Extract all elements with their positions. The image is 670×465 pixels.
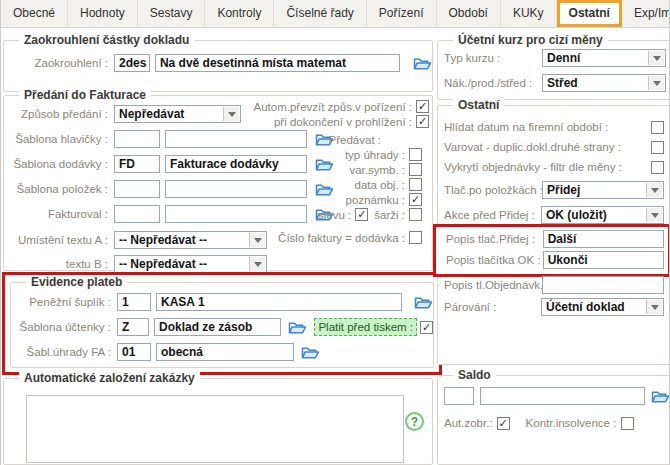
help-icon[interactable]: ? xyxy=(405,412,424,431)
text-b-value: -- Nepředávat -- xyxy=(119,257,207,271)
pass-data-obj-label: data obj. : xyxy=(354,179,405,191)
text-a-value: -- Nepředávat -- xyxy=(119,233,207,247)
chevron-down-icon[interactable] xyxy=(646,208,662,222)
cash-drawer-code-input[interactable]: 1 xyxy=(117,293,151,311)
folder-open-icon[interactable] xyxy=(301,345,320,360)
tab-obdobi[interactable]: Období xyxy=(437,0,501,27)
invoicing-section: Předání do Fakturace Způsob předání : Ne… xyxy=(3,95,433,271)
pass-label: Předávat : xyxy=(329,134,381,146)
rounding-section-title: Zaokrouhlení částky dokladu xyxy=(19,33,194,47)
tab-porizeni[interactable]: Pořízení xyxy=(367,0,437,27)
auto-order-section: Automatické založení zakázky ? xyxy=(3,378,433,465)
payment-tpl-code-input[interactable]: 01 xyxy=(117,343,151,361)
after-items-value: Přidej xyxy=(547,183,580,197)
batch-label: šarži : xyxy=(374,209,405,221)
items-tpl-label: Šablona položek : xyxy=(10,183,114,195)
order-caption-input[interactable] xyxy=(542,276,664,294)
ok-caption-input[interactable]: Ukonči xyxy=(543,251,664,269)
delivery-tpl-code-input[interactable]: FD xyxy=(114,155,160,173)
auto-take-checkbox[interactable] xyxy=(416,100,429,113)
pairing-value: Účetní doklad xyxy=(546,300,625,314)
receipt-tpl-code-input[interactable]: Z xyxy=(117,318,149,336)
chevron-down-icon[interactable] xyxy=(648,76,664,90)
saldo-desc-input[interactable] xyxy=(480,387,645,405)
transfer-method-value: Nepředávat xyxy=(119,107,184,121)
insolvency-label: Kontr.insolvence : xyxy=(526,417,617,429)
discount-checkbox[interactable] xyxy=(355,208,368,221)
warn-duplicate-checkbox[interactable] xyxy=(651,141,664,154)
chevron-down-icon[interactable] xyxy=(648,51,664,65)
transfer-method-select[interactable]: Nepředávat xyxy=(114,105,241,123)
pass-var-symb-label: var.symb. : xyxy=(349,164,405,176)
order-filter-checkbox[interactable] xyxy=(651,161,664,174)
rounding-label: Zaokrouhlení : xyxy=(10,57,114,69)
folder-open-icon[interactable] xyxy=(414,295,433,310)
ok-caption-label: Popis tlačítka OK : xyxy=(446,254,543,266)
pass-typ-uhrady-checkbox[interactable] xyxy=(409,148,422,161)
text-b-label: textu B : xyxy=(10,258,114,270)
after-items-select[interactable]: Přidej xyxy=(542,181,664,199)
tab-exp-import[interactable]: Exp/Import xyxy=(622,0,670,27)
after-items-label: Tlač.po položkách : xyxy=(444,184,542,196)
insolvency-checkbox[interactable] xyxy=(621,417,634,430)
watch-date-checkbox[interactable] xyxy=(651,121,664,134)
folder-open-icon[interactable] xyxy=(651,389,670,404)
batch-checkbox[interactable] xyxy=(409,208,422,221)
payments-section: Evidence plateb Peněžní šuplík : 1 KASA … xyxy=(10,282,434,368)
before-add-select[interactable]: OK (uložit) xyxy=(541,206,664,224)
chevron-down-icon[interactable] xyxy=(646,300,662,314)
chevron-down-icon[interactable] xyxy=(223,107,239,121)
invoice-eq-delivery-checkbox[interactable] xyxy=(409,231,422,244)
pairing-select[interactable]: Účetní doklad xyxy=(541,298,664,316)
cash-drawer-desc-input[interactable]: KASA 1 xyxy=(156,293,402,311)
pass-poznamku-checkbox[interactable] xyxy=(409,193,422,206)
warn-duplicate-label: Varovat - duplic.dokl.druhé strany : xyxy=(444,141,651,153)
tab-hodnoty[interactable]: Hodnoty xyxy=(68,0,138,27)
chevron-down-icon[interactable] xyxy=(646,183,662,197)
payment-tpl-label: Šabl.úhrady FA : xyxy=(17,346,117,358)
header-tpl-code-input[interactable] xyxy=(114,130,160,148)
items-tpl-code-input[interactable] xyxy=(114,180,160,198)
text-b-select[interactable]: -- Nepředávat -- xyxy=(114,255,267,273)
header-tpl-label: Šablona hlavičky : xyxy=(10,133,114,145)
add-caption-label: Popis tlač.Přidej : xyxy=(446,233,543,245)
order-filter-label: Vykrytí objednávky - filtr dle měny : xyxy=(444,161,651,173)
auto-show-label: Aut.zobr.: xyxy=(444,417,493,429)
discount-label: slevu : xyxy=(318,209,351,221)
mid-rate-select[interactable]: Střed xyxy=(542,74,666,92)
other-section-title: Ostatní xyxy=(453,98,504,112)
pay-before-print-label: Platit před tiskem : xyxy=(314,318,417,336)
saldo-section-title: Saldo xyxy=(453,368,496,382)
rounding-code-input[interactable]: 2des xyxy=(114,54,150,72)
on-finish-label: při dokončení v prohlížení : xyxy=(274,116,412,128)
tab-kuky[interactable]: KUKy xyxy=(501,0,557,27)
invoiced-by-code-input[interactable] xyxy=(114,205,160,223)
receipt-tpl-desc-input[interactable]: Doklad ze zásob xyxy=(154,318,281,336)
auto-order-textarea[interactable] xyxy=(26,395,404,463)
tab-bar: Obecné Hodnoty Sestavy Kontroly Číselné … xyxy=(1,0,669,28)
pay-before-print-checkbox[interactable] xyxy=(420,321,433,334)
chevron-down-icon[interactable] xyxy=(249,257,265,271)
before-add-value: OK (uložit) xyxy=(546,208,607,222)
saldo-section: Saldo Aut.zobr.: Kontr.insolvence : xyxy=(437,375,670,465)
on-finish-checkbox[interactable] xyxy=(416,115,429,128)
saldo-code-input[interactable] xyxy=(444,387,474,405)
tab-obecne[interactable]: Obecné xyxy=(1,0,68,27)
payment-tpl-desc-input[interactable]: obecná xyxy=(156,343,294,361)
tab-sestavy[interactable]: Sestavy xyxy=(138,0,206,27)
rounding-desc-input[interactable]: Na dvě desetinná místa matemat xyxy=(155,54,400,72)
tab-kontroly[interactable]: Kontroly xyxy=(205,0,274,27)
add-caption-input[interactable]: Další xyxy=(543,230,664,248)
folder-open-icon[interactable] xyxy=(413,56,432,71)
rate-type-select[interactable]: Denní xyxy=(542,49,666,67)
mid-rate-label: Nák./prod./střed : xyxy=(444,77,542,89)
tab-ciselne-rady[interactable]: Číselné řady xyxy=(274,0,366,27)
transfer-method-label: Způsob předání : xyxy=(10,108,114,120)
other-section: Ostatní Hlídat datum na firemní období :… xyxy=(437,105,670,365)
currency-section-title: Účetní kurz pro cizí měny xyxy=(453,33,608,47)
pass-data-obj-checkbox[interactable] xyxy=(409,178,422,191)
tab-ostatni[interactable]: Ostatní xyxy=(557,0,622,27)
auto-show-checkbox[interactable] xyxy=(497,417,510,430)
folder-open-icon[interactable] xyxy=(288,320,307,335)
pass-var-symb-checkbox[interactable] xyxy=(409,163,422,176)
